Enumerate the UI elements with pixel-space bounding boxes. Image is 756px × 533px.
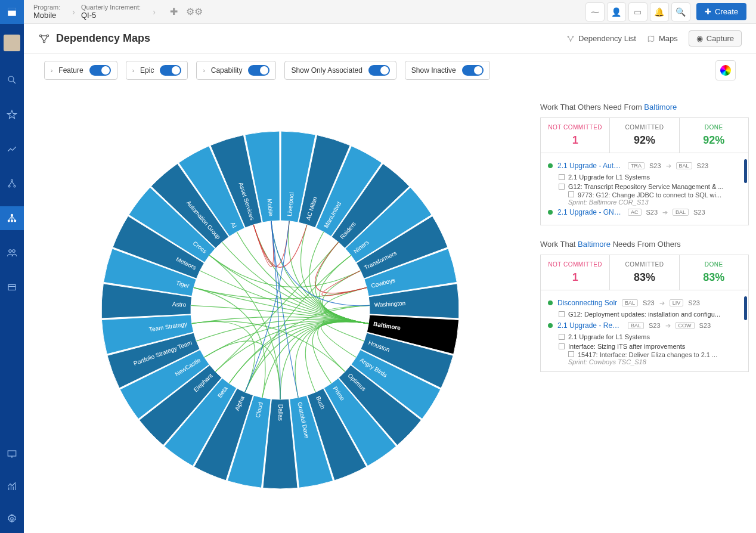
activity-icon[interactable]: ⁓ (585, 2, 605, 21)
nav-presentation-icon[interactable] (0, 442, 24, 466)
chord-link[interactable] (271, 221, 298, 398)
panel2-stats: NOT COMMITTED1 COMMITTED83% DONE83% (540, 255, 749, 290)
work-item-title[interactable]: 2.1 Upgrade - Ready to (557, 321, 623, 330)
from-sprint: S23 (643, 299, 655, 306)
toggle-show-inactive[interactable] (462, 65, 484, 76)
work-item-title[interactable]: 2.1 Upgrade - Auto GNO (557, 162, 623, 170)
svg-point-10 (11, 214, 13, 216)
work-item-title[interactable]: 2.1 Upgrade - GNG pass (557, 208, 623, 216)
color-wheel-icon (720, 65, 731, 76)
arrow-right-icon: ➔ (662, 209, 668, 216)
dependency-map-icon (38, 33, 50, 45)
user-avatar[interactable] (4, 35, 20, 51)
scrollbar[interactable] (744, 296, 747, 320)
chord-link[interactable] (253, 221, 274, 266)
work-item-sub[interactable]: G12: Transcript Repository Service Manag… (548, 182, 741, 191)
create-button[interactable]: ✚Create (696, 3, 746, 20)
chord-link[interactable] (253, 225, 307, 268)
work-item-sub[interactable]: Interface: Sizing ITS after improvements (548, 342, 741, 351)
chevron-right-icon: › (203, 67, 205, 74)
work-item-row[interactable]: Disconnecting Solr BAL S23 ➔ LIV S23 (548, 296, 741, 309)
filter-epic[interactable]: ›Epic (126, 61, 188, 80)
work-item-row[interactable]: 2.1 Upgrade - GNG pass AC S23 ➔ BAL S23 (548, 206, 741, 219)
capture-button[interactable]: ◉Capture (689, 30, 742, 47)
nav-bar-chart-icon[interactable] (0, 475, 24, 498)
toggle-feature[interactable] (89, 65, 111, 76)
stat-not-committed[interactable]: NOT COMMITTED1 (541, 118, 610, 153)
filter-feature[interactable]: ›Feature (44, 61, 117, 80)
scrollbar[interactable] (744, 159, 747, 183)
breadcrumb-program[interactable]: Program: Mobile (33, 4, 60, 20)
product-logo[interactable] (0, 0, 24, 24)
chord-diagram[interactable]: LiverpoolAC MilanManUnitedRaidersNinersT… (95, 125, 465, 495)
breadcrumb-program-label: Program: (33, 4, 60, 11)
svg-point-17 (9, 250, 12, 253)
work-item-story[interactable]: 15417: Interface: Deliver Eliza changes … (548, 351, 741, 358)
svg-line-3 (13, 81, 16, 83)
svg-point-7 (14, 185, 16, 187)
chord-label[interactable]: Dallas (277, 404, 284, 421)
stat-committed[interactable]: COMMITTED83% (610, 255, 679, 290)
svg-point-36 (570, 40, 571, 41)
story-icon (568, 351, 574, 357)
clipboard-icon[interactable]: ▭ (628, 2, 647, 21)
work-item-story[interactable]: 9773: G12: Change JDBC to connect to SQL… (548, 191, 741, 199)
dependency-list-link[interactable]: Dependency List (566, 34, 636, 43)
toggle-epic[interactable] (160, 65, 181, 76)
from-sprint: S23 (649, 162, 661, 169)
filter-show-inactive[interactable]: Show Inactive (405, 61, 490, 80)
work-item-title[interactable]: Disconnecting Solr (557, 299, 617, 307)
bell-icon[interactable]: 🔔 (650, 2, 669, 21)
svg-rect-1 (8, 8, 16, 11)
chord-link[interactable] (245, 221, 289, 392)
toggle-capability[interactable] (248, 65, 269, 76)
nav-hierarchy-icon[interactable] (0, 172, 24, 196)
panel2-team-link[interactable]: Baltimore (578, 240, 611, 249)
work-item-sub[interactable]: G12: Deployment updates: installation an… (548, 309, 741, 319)
svg-point-12 (11, 220, 13, 222)
search-icon[interactable]: 🔍 (671, 2, 690, 21)
user-icon[interactable]: 👤 (607, 2, 626, 21)
chord-label[interactable]: Astro (172, 300, 187, 308)
breadcrumb-qi[interactable]: Quarterly Increment: QI-5 (81, 4, 141, 20)
stat-committed[interactable]: COMMITTED92% (610, 118, 679, 153)
panel1-team-link[interactable]: Baltimore (644, 103, 677, 111)
stat-done[interactable]: DONE92% (680, 118, 748, 153)
from-sprint: S23 (646, 209, 658, 216)
chord-link[interactable] (200, 271, 368, 324)
svg-line-38 (571, 37, 573, 40)
svg-rect-21 (8, 451, 16, 456)
status-dot-icon (548, 300, 553, 305)
nav-dependency-icon[interactable] (0, 206, 24, 230)
chord-link[interactable] (205, 321, 369, 358)
nav-search-icon[interactable] (0, 68, 24, 92)
to-team-tag: LIV (670, 299, 684, 306)
nav-people-icon[interactable] (0, 241, 24, 265)
filter-show-associated[interactable]: Show Only Associated (284, 61, 396, 80)
work-item-row[interactable]: 2.1 Upgrade - Ready to BAL S23 ➔ COW S23 (548, 319, 741, 332)
chevron-right-icon: › (51, 67, 52, 74)
to-sprint: S23 (688, 299, 700, 306)
maps-link[interactable]: Maps (647, 34, 678, 43)
to-sprint: S23 (693, 209, 705, 216)
work-item-sub[interactable]: 2.1 Upgrade for L1 Systems (548, 172, 741, 182)
svg-point-28 (40, 35, 42, 36)
plus-icon[interactable]: ✚ (170, 6, 178, 17)
nav-star-icon[interactable] (0, 103, 24, 126)
gears-icon[interactable]: ⚙⚙ (186, 6, 203, 17)
stat-done[interactable]: DONE83% (680, 255, 748, 290)
page-title: Dependency Maps (56, 32, 150, 45)
nav-card-icon[interactable] (0, 275, 24, 299)
svg-line-32 (45, 36, 47, 41)
toggle-show-associated[interactable] (368, 65, 390, 76)
nav-line-chart-icon[interactable] (0, 137, 24, 161)
work-item-sub[interactable]: 2.1 Upgrade for L1 Systems (548, 332, 741, 342)
story-icon (568, 191, 574, 197)
filter-capability[interactable]: ›Capability (196, 61, 276, 80)
panel2-items: Disconnecting Solr BAL S23 ➔ LIV S23G12:… (540, 290, 749, 372)
stat-not-committed[interactable]: NOT COMMITTED1 (541, 255, 610, 290)
work-item-row[interactable]: 2.1 Upgrade - Auto GNO TRA S23 ➔ BAL S23 (548, 159, 741, 172)
nav-settings-icon[interactable] (0, 507, 24, 531)
color-settings-button[interactable] (715, 60, 736, 80)
svg-point-5 (11, 179, 13, 181)
